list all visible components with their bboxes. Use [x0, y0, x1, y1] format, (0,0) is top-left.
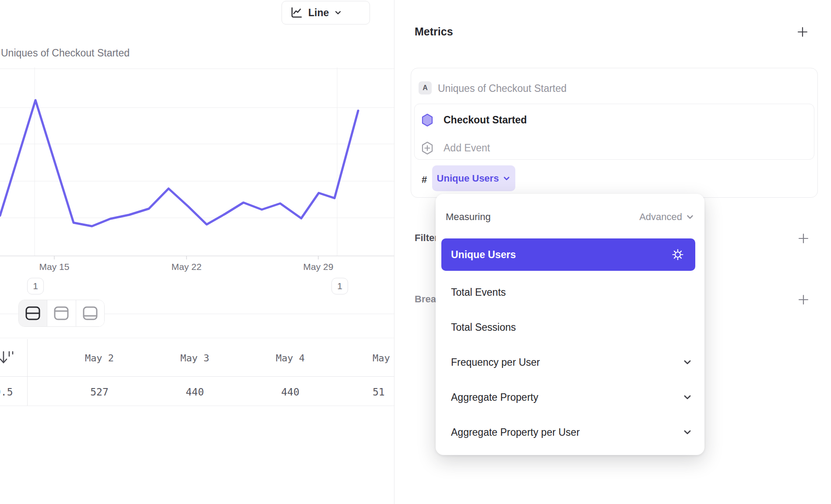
chevron-down-icon: [683, 427, 692, 437]
chart-pane: Line Uniques of Checkout Started May 15M…: [0, 0, 394, 504]
layout-split-button[interactable]: [19, 300, 47, 326]
menu-item-aggregate-property-per-user[interactable]: Aggregate Property per User: [451, 419, 692, 445]
table-column-header[interactable]: May 4: [276, 353, 305, 364]
breakdown-table: 0.5 May 2527May 3440May 4440May51: [0, 337, 394, 409]
chevron-down-icon: [683, 357, 692, 367]
layout-table-only-button[interactable]: [76, 300, 104, 326]
add-event-label: Add Event: [444, 142, 490, 154]
menu-item-frequency-per-user[interactable]: Frequency per User: [451, 349, 692, 375]
menu-item-label: Frequency per User: [451, 357, 540, 368]
pagination-badge-right[interactable]: 1: [331, 278, 348, 294]
measurement-pill[interactable]: Unique Users: [432, 165, 515, 191]
measurement-pill-label: Unique Users: [437, 173, 499, 184]
menu-item-unique-users-selected[interactable]: Unique Users: [441, 238, 695, 271]
add-event-button[interactable]: Add Event: [421, 141, 490, 155]
add-event-icon: [421, 141, 433, 155]
menu-item-total-sessions[interactable]: Total Sessions: [451, 314, 692, 340]
add-filter-button[interactable]: [798, 233, 809, 244]
event-hexagon-icon: [421, 113, 433, 127]
pagination-badge-left[interactable]: 1: [27, 278, 44, 294]
chart-type-label: Line: [308, 7, 329, 19]
layout-split-icon: [25, 306, 41, 321]
menu-item-label: Total Events: [451, 287, 506, 298]
menu-item-label: Aggregate Property per User: [451, 427, 580, 438]
measuring-dropdown-header: Measuring Advanced: [446, 210, 694, 224]
chevron-down-icon: [683, 392, 692, 402]
line-chart[interactable]: [0, 66, 394, 273]
add-metric-button[interactable]: [797, 26, 808, 38]
x-axis-label: May 29: [303, 262, 334, 272]
menu-item-aggregate-property[interactable]: Aggregate Property: [451, 384, 692, 410]
advanced-label: Advanced: [639, 211, 682, 223]
series-line[interactable]: [0, 100, 358, 226]
event-name: Checkout Started: [444, 114, 527, 126]
chart-type-button[interactable]: Line: [282, 1, 370, 24]
table-cell-value: 527: [90, 386, 109, 398]
measurement-hash-symbol: #: [422, 174, 427, 186]
chevron-down-icon: [334, 9, 342, 17]
layout-chart-only-button[interactable]: [47, 300, 75, 326]
table-cell-value: 440: [186, 386, 204, 398]
layout-top-icon: [53, 306, 69, 321]
filter-section-heading: Filter: [415, 232, 438, 244]
x-axis-label: May 22: [172, 262, 202, 272]
layout-toggle-group: [18, 300, 105, 327]
pane-divider: [394, 0, 394, 504]
chevron-down-icon: [503, 175, 511, 182]
menu-item-total-events[interactable]: Total Events: [451, 279, 692, 305]
table-cell-value: 440: [281, 386, 299, 398]
sort-descending-icon[interactable]: [0, 350, 15, 366]
table-column-header[interactable]: May 2: [85, 353, 114, 364]
table-cell-value: 51: [373, 386, 385, 398]
menu-item-label: Total Sessions: [451, 322, 516, 333]
line-chart-icon: [290, 6, 303, 19]
table-column-header[interactable]: May 3: [180, 353, 209, 364]
advanced-toggle[interactable]: Advanced: [639, 211, 694, 223]
chart-title: Uniques of Checkout Started: [1, 47, 130, 59]
layout-bottom-icon: [82, 306, 98, 321]
add-breakdown-button[interactable]: [798, 294, 809, 305]
measuring-dropdown: Measuring Advanced Unique Users Total E: [436, 194, 704, 455]
event-row[interactable]: Checkout Started: [421, 113, 527, 127]
menu-item-label: Aggregate Property: [451, 392, 538, 403]
metric-letter-badge: A: [419, 81, 432, 94]
x-axis-label: May 15: [39, 262, 70, 272]
table-row-label: 0.5: [0, 386, 13, 398]
table-column-header[interactable]: May: [373, 353, 390, 364]
selected-item-label: Unique Users: [451, 249, 516, 261]
measuring-label: Measuring: [446, 211, 491, 223]
metric-name: Uniques of Checkout Started: [438, 83, 567, 94]
gear-icon[interactable]: [672, 248, 684, 261]
metrics-heading: Metrics: [415, 25, 453, 38]
mixpanel-insights-screen: Line Uniques of Checkout Started May 15M…: [0, 0, 831, 504]
chevron-down-icon: [686, 213, 694, 221]
